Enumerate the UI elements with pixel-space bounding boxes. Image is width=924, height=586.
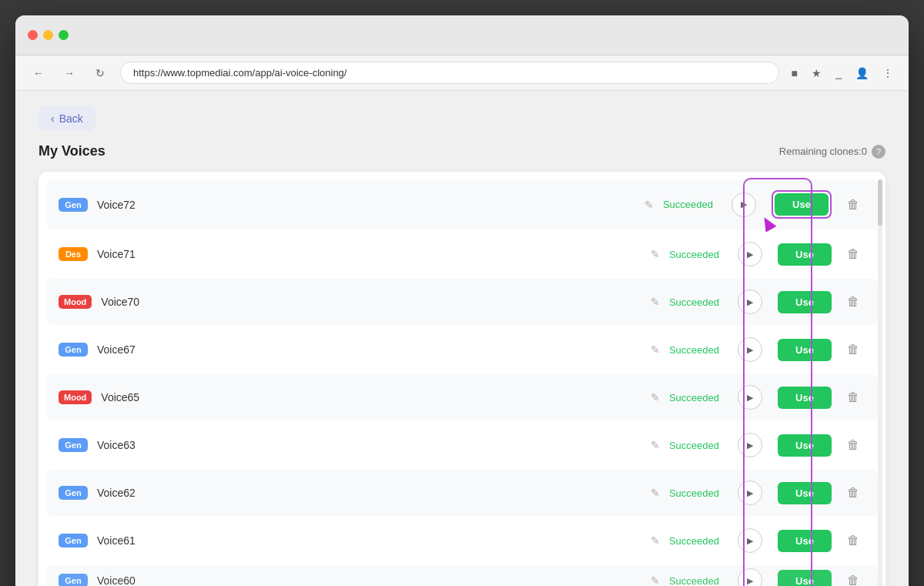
- play-button[interactable]: ▶: [738, 337, 762, 362]
- delete-button[interactable]: 🗑: [841, 292, 865, 312]
- back-nav-button[interactable]: ←: [28, 62, 49, 84]
- voice-item: Gen Voice63 ✎ Succeeded ▶ Use 🗑: [46, 422, 878, 468]
- remaining-info: Remaining clones:0 ?: [779, 145, 886, 159]
- use-button[interactable]: Use: [778, 291, 832, 313]
- delete-button[interactable]: 🗑: [841, 571, 865, 586]
- back-label: Back: [59, 112, 83, 125]
- bookmark-list-icon[interactable]: ⎯: [832, 64, 845, 82]
- voice-name: Voice61: [97, 534, 638, 547]
- delete-button[interactable]: 🗑: [841, 387, 865, 407]
- edit-icon[interactable]: ✎: [651, 391, 660, 404]
- voice-tag: Gen: [59, 534, 88, 547]
- url-text: https://www.topmediai.com/app/ai-voice-c…: [133, 67, 346, 79]
- voice-tag: Gen: [59, 198, 88, 212]
- edit-icon[interactable]: ✎: [644, 199, 654, 211]
- use-button[interactable]: Use: [778, 482, 832, 504]
- edit-icon[interactable]: ✎: [651, 487, 660, 499]
- use-button[interactable]: Use: [778, 387, 832, 409]
- voice-name: Voice71: [97, 248, 638, 260]
- voice-tag: Des: [59, 247, 88, 261]
- edit-icon[interactable]: ✎: [651, 574, 660, 586]
- play-button[interactable]: ▶: [732, 193, 756, 217]
- play-button[interactable]: ▶: [738, 481, 762, 505]
- play-button[interactable]: ▶: [738, 290, 762, 314]
- voice-name: Voice63: [97, 439, 638, 451]
- status-badge: Succeeded: [669, 392, 719, 404]
- voice-name: Voice65: [101, 391, 638, 404]
- help-icon[interactable]: ?: [872, 145, 886, 159]
- voice-item: Mood Voice65 ✎ Succeeded ▶ Use 🗑: [46, 374, 878, 420]
- use-button[interactable]: Use: [778, 339, 832, 361]
- voice-name: Voice70: [101, 296, 638, 308]
- edit-icon[interactable]: ✎: [651, 296, 660, 308]
- use-btn-wrapper: Use: [772, 190, 832, 219]
- status-badge: Succeeded: [669, 296, 719, 308]
- remaining-text: Remaining clones:0: [779, 146, 867, 157]
- status-badge: Succeeded: [669, 535, 719, 547]
- app-content: ‹ Back My Voices Remaining clones:0 ? Ge…: [15, 91, 909, 586]
- delete-button[interactable]: 🗑: [841, 435, 865, 455]
- voice-item: Gen Voice67 ✎ Succeeded ▶ Use 🗑: [46, 326, 878, 373]
- voice-item: Des Voice71 ✎ Succeeded ▶ Use 🗑: [46, 231, 878, 277]
- bookmark-icon[interactable]: ★: [808, 64, 825, 82]
- window-controls: [28, 30, 69, 40]
- use-button[interactable]: Use: [775, 193, 829, 216]
- edit-icon[interactable]: ✎: [651, 534, 660, 547]
- voice-item: Gen Voice61 ✎ Succeeded ▶ Use 🗑: [46, 517, 878, 564]
- address-bar[interactable]: https://www.topmediai.com/app/ai-voice-c…: [120, 62, 779, 84]
- scrollbar-thumb[interactable]: [878, 179, 882, 226]
- voice-tag: Mood: [59, 295, 92, 309]
- status-badge: Succeeded: [669, 440, 719, 451]
- delete-button[interactable]: 🗑: [841, 244, 865, 264]
- status-badge: Succeeded: [669, 344, 719, 356]
- menu-icon[interactable]: ⋮: [879, 64, 896, 82]
- voice-name: Voice67: [97, 343, 638, 356]
- use-button[interactable]: Use: [778, 243, 832, 266]
- voice-tag: Gen: [59, 343, 88, 357]
- close-dot[interactable]: [28, 30, 38, 40]
- page-header: My Voices Remaining clones:0 ?: [38, 143, 886, 159]
- delete-button[interactable]: 🗑: [841, 340, 865, 360]
- voice-tag: Gen: [59, 438, 88, 452]
- voice-tag: Gen: [59, 486, 88, 500]
- reload-button[interactable]: ↻: [89, 62, 111, 84]
- extensions-icon[interactable]: ■: [788, 64, 801, 82]
- browser-chrome: ← → ↻ https://www.topmediai.com/app/ai-v…: [15, 55, 909, 91]
- edit-icon[interactable]: ✎: [651, 343, 660, 356]
- status-badge: Succeeded: [669, 487, 719, 499]
- voice-item: Mood Voice70 ✎ Succeeded ▶ Use 🗑: [46, 279, 878, 325]
- delete-button[interactable]: 🗑: [841, 531, 865, 551]
- delete-button[interactable]: 🗑: [841, 195, 865, 215]
- play-button[interactable]: ▶: [738, 433, 762, 457]
- forward-nav-button[interactable]: →: [59, 62, 80, 84]
- delete-button[interactable]: 🗑: [841, 483, 865, 503]
- maximize-dot[interactable]: [59, 30, 69, 40]
- voice-item-partial: Gen Voice60 ✎ Succeeded ▶ Use 🗑: [46, 565, 878, 586]
- status-badge: Succeeded: [669, 249, 719, 260]
- play-button[interactable]: ▶: [738, 568, 762, 586]
- nav-bar: ← → ↻ https://www.topmediai.com/app/ai-v…: [15, 55, 909, 90]
- edit-icon[interactable]: ✎: [651, 439, 660, 451]
- titlebar: [15, 15, 909, 55]
- back-chevron-icon: ‹: [51, 112, 55, 125]
- voice-tag: Mood: [59, 390, 92, 404]
- use-button[interactable]: Use: [778, 434, 832, 457]
- voice-item: Gen Voice62 ✎ Succeeded ▶ Use 🗑: [46, 470, 878, 516]
- page-title: My Voices: [38, 143, 105, 159]
- voice-name: Voice62: [97, 487, 638, 499]
- play-button[interactable]: ▶: [738, 385, 762, 410]
- scrollbar[interactable]: [878, 179, 882, 586]
- use-button[interactable]: Use: [778, 570, 832, 587]
- edit-icon[interactable]: ✎: [651, 248, 660, 260]
- play-button[interactable]: ▶: [738, 242, 762, 266]
- voice-list-container: Gen Voice72 ✎ Succeeded ▶ Use 🗑 Des Voic…: [38, 172, 886, 586]
- voice-tag: Gen: [59, 574, 88, 586]
- status-badge: Succeeded: [669, 575, 719, 587]
- voice-name: Voice60: [97, 574, 638, 586]
- minimize-dot[interactable]: [43, 30, 53, 40]
- play-button[interactable]: ▶: [738, 528, 762, 553]
- use-button[interactable]: Use: [778, 530, 832, 552]
- voice-item: Gen Voice72 ✎ Succeeded ▶ Use 🗑: [46, 179, 878, 229]
- profile-icon[interactable]: 👤: [852, 64, 872, 82]
- back-button[interactable]: ‹ Back: [38, 106, 95, 131]
